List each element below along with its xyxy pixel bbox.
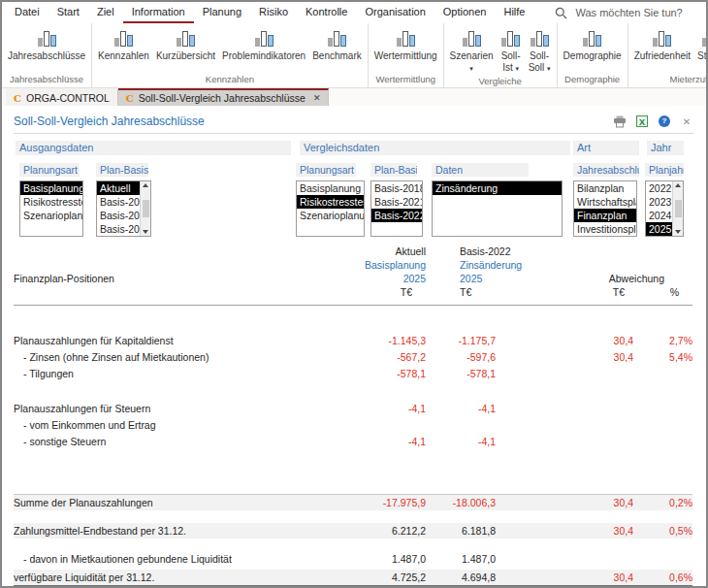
ribbon-button-problemindikatoren[interactable]: Problemindikatoren — [219, 29, 308, 63]
menu-item-ziel[interactable]: Ziel — [88, 2, 123, 23]
scroll-down-icon[interactable] — [675, 230, 681, 234]
spacer — [496, 258, 633, 272]
excel-export-icon[interactable]: X — [635, 115, 649, 128]
deviation-pct: 2,7% — [633, 333, 692, 349]
tab-close-icon[interactable]: ✕ — [313, 93, 321, 103]
position-label: Planauszahlungen für Steuern — [14, 401, 334, 417]
ribbon-button-label: Demographie — [563, 50, 622, 62]
value-col2: -578,1 — [426, 366, 496, 382]
listbox-option-szenarioplanung[interactable]: Szenarioplanung — [297, 209, 364, 222]
listbox-option-risikostresstest[interactable]: Risikostresstest — [20, 195, 82, 209]
listbox-option-finanzplan[interactable]: Finanzplan — [574, 209, 636, 222]
menu-item-hilfe[interactable]: Hilfe — [495, 2, 533, 23]
listbox-option-investitionsplan[interactable]: Investitionsplan — [574, 222, 636, 236]
listbox-option-basisplanung[interactable]: Basisplanung — [20, 181, 82, 195]
scroll-up-icon[interactable] — [143, 183, 148, 187]
listbox-option-zinsanderung[interactable]: Zinsänderung — [433, 181, 562, 195]
listbox-plan-basis-2[interactable]: AktuellBasis-2008Basis-2012Basis-2013 — [96, 180, 151, 237]
listbox-planungsart-3[interactable]: BasisplanungRisikostresstestSzenarioplan… — [296, 180, 365, 237]
close-view-icon[interactable]: ✕ — [680, 115, 693, 128]
listbox-scrollbar[interactable] — [140, 181, 150, 236]
ribbon-button-jahresabschlusse[interactable]: Jahresabschlüsse — [5, 29, 88, 63]
ribbon-button-demographie[interactable]: Demographie — [561, 29, 625, 63]
excel-glyph: X — [636, 115, 648, 127]
deviation-pct — [633, 417, 692, 434]
menu-item-planung[interactable]: Planung — [194, 2, 250, 23]
listbox-option-2024[interactable]: 2024 — [646, 209, 672, 222]
listbox-option-wirtschaftsplan[interactable]: Wirtschaftsplan — [574, 195, 636, 209]
listbox-scrollbar[interactable] — [672, 181, 683, 236]
menu-item-kontrolle[interactable]: Kontrolle — [297, 2, 356, 23]
listbox-option-2022[interactable]: 2022 — [646, 181, 672, 195]
report-block-3: Summe der Planauszahlungen-17.975,9-18.0… — [14, 494, 692, 510]
scroll-up-icon[interactable] — [675, 183, 681, 187]
menu-item-information[interactable]: Information — [123, 2, 194, 23]
position-label: - Tilgungen — [14, 366, 334, 382]
ribbon-button-soll-soll[interactable]: Soll-Soll ▾ — [526, 29, 554, 75]
menu-item-organisation[interactable]: Organisation — [356, 2, 434, 23]
menu-item-datei[interactable]: Datei — [6, 2, 48, 23]
listbox-option-2025[interactable]: 2025 — [646, 222, 672, 236]
deviation-te: 30,4 — [496, 495, 633, 510]
listbox-option-aktuell[interactable]: Aktuell — [97, 181, 140, 195]
listbox-option-basisplanung[interactable]: Basisplanung — [297, 181, 364, 195]
listbox-option-basis-2013[interactable]: Basis-2013 — [97, 222, 140, 236]
orga-logo-icon: C — [14, 93, 21, 104]
position-label: - sonstige Steuern — [14, 434, 334, 450]
scrollbar-thumb[interactable] — [675, 200, 682, 217]
menu-item-start[interactable]: Start — [48, 2, 88, 23]
listbox-jahresabschluss-6[interactable]: BilanzplanWirtschaftsplanFinanzplanInves… — [573, 180, 637, 237]
ribbon-button-kennzahlen[interactable]: Kennzahlen — [95, 29, 152, 63]
ribbon-group-kennzahlen: KennzahlenKurzübersichtProblemindikatore… — [92, 23, 369, 87]
listbox-option-2023[interactable]: 2023 — [646, 195, 672, 209]
position-label: - vom Einkommen und Ertrag — [14, 417, 334, 434]
scrollbar-thumb[interactable] — [143, 200, 149, 217]
ribbon-button-wertermittlung[interactable]: Wertermittlung — [371, 29, 440, 63]
listbox-option-risikostresstest[interactable]: Risikostresstest — [297, 195, 364, 209]
listbox-option-bilanzplan[interactable]: Bilanzplan — [574, 181, 636, 195]
value-col1: 4.725,2 — [334, 570, 426, 585]
listbox-option-szenarioplanung[interactable]: Szenarioplanung — [20, 209, 82, 222]
listbox-option-basis-2021[interactable]: Basis-2021 — [371, 195, 422, 209]
table-row: verfügbare Liquidität per 31.12.4.725,24… — [14, 570, 692, 587]
tell-me-search[interactable]: Was möchten Sie tun? — [555, 2, 682, 23]
ribbon-button-label: Jahresabschlüsse — [8, 50, 85, 62]
table-row: - vom Einkommen und Ertrag — [14, 417, 692, 434]
menu-item-optionen[interactable]: Optionen — [434, 2, 496, 23]
ribbon-button-szenarien[interactable]: Szenarien▾ — [447, 29, 497, 75]
spacer — [14, 285, 334, 299]
position-label: Zahlungsmittel-Endbestand per 31.12. — [14, 523, 334, 539]
print-icon[interactable] — [613, 115, 627, 128]
listbox-option-basis-2022[interactable]: Basis-2022 — [371, 209, 422, 222]
tab-orga-control[interactable]: CORGA-CONTROL — [6, 88, 118, 106]
ribbon-button-soll-ist[interactable]: Soll-Ist ▾ — [498, 29, 525, 75]
menu-item-risiko[interactable]: Risiko — [250, 2, 297, 23]
bar-chart-icon — [253, 30, 274, 47]
field-label-daten: Daten — [432, 163, 529, 177]
tab-soll-soll-vergleich-jahresabschlusse[interactable]: CSoll-Soll-Vergleich Jahresabschlüsse✕ — [118, 88, 330, 106]
ribbon-button-label: Soll-Ist ▾ — [501, 50, 521, 74]
ribbon-button-label: Problemindikatoren — [222, 50, 306, 62]
ribbon-button-benchmark[interactable]: Benchmark — [309, 29, 365, 63]
ribbon-button-zufriedenheit[interactable]: Zufriedenheit — [631, 29, 693, 63]
position-label: verfügbare Liquidität per 31.12. — [14, 570, 334, 585]
field-label-jahresabschluss: Jahresabschluss — [573, 163, 639, 177]
filter-panel: AusgangsdatenVergleichsdatenArtJahrPlanu… — [2, 134, 706, 243]
listbox-plan-basis-4[interactable]: Basis-2018Basis-2021Basis-2022 — [370, 180, 423, 237]
listbox-daten-5[interactable]: Zinsänderung — [432, 180, 563, 237]
listbox-options: AktuellBasis-2008Basis-2012Basis-2013 — [97, 181, 140, 236]
listbox-planjahr-7[interactable]: 2022202320242025 — [645, 180, 684, 237]
listbox-option-basis-2018[interactable]: Basis-2018 — [371, 181, 422, 195]
listbox-option-basis-2008[interactable]: Basis-2008 — [97, 195, 140, 209]
ribbon-group-jahresabschlusse: JahresabschlüsseJahresabschlüsse — [2, 23, 92, 87]
listbox-option-basis-2012[interactable]: Basis-2012 — [97, 209, 140, 222]
header-row-2: Basisplanung Zinsänderung — [14, 258, 692, 272]
table-row: - Tilgungen-578,1-578,1 — [14, 366, 692, 382]
ribbon-button-studie[interactable]: Studie — [694, 29, 706, 63]
help-icon[interactable]: ? — [658, 115, 671, 128]
ribbon-button-kurzubersicht[interactable]: Kurzübersicht — [153, 29, 218, 63]
orga-logo-icon: C — [126, 93, 134, 104]
listbox-planungsart-1[interactable]: BasisplanungRisikostresstestSzenarioplan… — [19, 180, 83, 237]
scroll-down-icon[interactable] — [143, 230, 148, 234]
report-block-1: Planauszahlungen für Kapitaldienst-1.145… — [14, 333, 692, 382]
